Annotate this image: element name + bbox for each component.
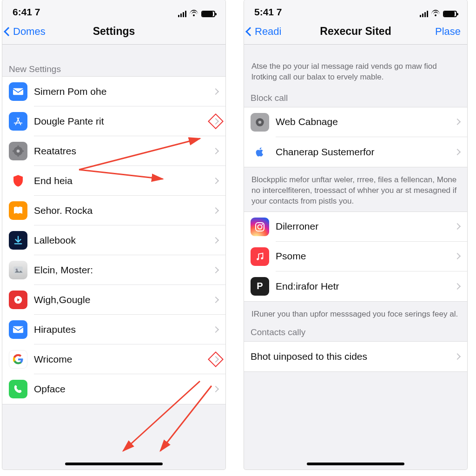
appstore-icon — [9, 112, 27, 131]
photo-icon — [9, 261, 27, 279]
apps-list: Dilerroner Psome P End:irafor Hetr — [244, 212, 467, 302]
section-header: Contacts cally — [244, 324, 467, 341]
list-item[interactable]: Dilerroner — [244, 212, 467, 242]
section-header: New Settings — [2, 45, 225, 76]
list-item[interactable]: Simern Pom ohe — [2, 77, 225, 106]
status-indicators — [420, 10, 457, 18]
apple-icon — [251, 143, 269, 161]
chevron-left-icon — [245, 27, 255, 36]
status-time: 5:41 7 — [254, 7, 282, 18]
chevron-right-icon — [212, 356, 219, 362]
list-item[interactable]: Dougle Pante rit — [2, 106, 225, 136]
shield-red-icon — [9, 172, 27, 190]
music-icon — [251, 247, 269, 266]
nav-bar: Domes Settings — [2, 19, 225, 45]
p-letter-icon: P — [251, 277, 269, 296]
svg-point-27 — [261, 257, 263, 259]
row-label: Simern Pom ohe — [34, 86, 210, 97]
home-indicator — [65, 463, 163, 465]
svg-rect-0 — [13, 88, 23, 95]
row-label: Opface — [34, 383, 210, 395]
chevron-right-icon — [212, 207, 219, 213]
list-item[interactable]: P End:irafor Hetr — [244, 271, 467, 301]
status-indicators — [178, 10, 215, 18]
nav-bar: Readi Rexecur Sited Plase — [244, 19, 467, 45]
row-label: Lallebook — [34, 235, 210, 246]
chevron-right-icon — [454, 119, 461, 125]
row-label: Sehor. Rocka — [34, 205, 210, 216]
status-bar: 6:41 7 — [2, 0, 225, 19]
list-item[interactable]: Sehor. Rocka — [2, 196, 225, 225]
mail-icon — [9, 82, 27, 101]
back-button[interactable]: Domes — [2, 26, 46, 38]
block-call-list: Web Cabnage Chanerap Sustemerfor — [244, 107, 467, 167]
list-item[interactable]: Wricome — [2, 344, 225, 374]
row-label: End:irafor Hetr — [276, 281, 451, 292]
nav-action-button[interactable]: Plase — [435, 26, 461, 38]
back-button[interactable]: Readi — [244, 26, 281, 38]
chevron-right-icon — [454, 353, 461, 360]
chevron-right-icon — [212, 118, 219, 124]
row-label: Wigh,Gougle — [34, 294, 210, 305]
list-item[interactable]: End heia — [2, 166, 225, 196]
row-label: End heia — [34, 175, 210, 186]
list-item[interactable]: Bhot uinposed to this cides — [244, 342, 467, 371]
cell-signal-icon — [420, 11, 428, 17]
svg-point-24 — [258, 225, 262, 229]
chevron-right-icon — [212, 147, 219, 154]
cell-signal-icon — [178, 11, 186, 17]
book-icon — [9, 201, 27, 220]
svg-point-25 — [262, 224, 263, 225]
mail-icon — [9, 320, 27, 339]
back-label: Readi — [255, 26, 281, 38]
battery-icon — [443, 11, 457, 17]
chevron-left-icon — [4, 27, 13, 36]
svg-rect-16 — [13, 326, 23, 333]
post-caption: IRuner you than upfor messsaged you foce… — [244, 302, 467, 324]
chevron-right-icon — [212, 326, 219, 332]
list-item[interactable]: Wigh,Gougle — [2, 285, 225, 315]
row-label: Web Cabnage — [276, 116, 451, 127]
list-item[interactable]: Hiraputes — [2, 315, 225, 344]
intro-caption: Atse the po your ial message raid vends … — [244, 45, 467, 87]
chevron-right-icon — [212, 386, 219, 392]
phone-icon — [9, 380, 27, 398]
list-item[interactable]: Reatatres — [2, 136, 225, 166]
status-bar: 5:41 7 — [244, 0, 467, 19]
list-item[interactable]: Chanerap Sustemerfor — [244, 137, 467, 167]
row-label: Reatatres — [34, 145, 210, 157]
list-item[interactable]: Psome — [244, 242, 467, 271]
gear-icon — [9, 142, 27, 160]
chevron-right-icon — [212, 88, 219, 94]
list-item[interactable]: Lallebook — [2, 225, 225, 255]
svg-point-13 — [16, 269, 18, 271]
row-label: Psome — [276, 251, 451, 262]
row-label: Bhot uinposed to this cides — [251, 351, 451, 362]
chevron-right-icon — [212, 237, 219, 243]
chevron-right-icon — [454, 253, 461, 259]
list-item[interactable]: Elcin, Moster: — [2, 255, 225, 285]
list-item[interactable]: Opface — [2, 374, 225, 404]
svg-point-6 — [17, 150, 20, 153]
instagram-icon — [251, 218, 269, 236]
battery-icon — [201, 11, 215, 17]
mid-caption: Blockpplic mefor unftar weler, rrree, fi… — [244, 167, 467, 212]
play-icon — [9, 291, 27, 309]
contacts-list: Bhot uinposed to this cides — [244, 341, 467, 372]
back-label: Domes — [13, 26, 46, 38]
row-label: Chanerap Sustemerfor — [276, 146, 451, 158]
home-indicator — [307, 463, 404, 465]
svg-point-22 — [258, 121, 262, 124]
chevron-right-icon — [454, 283, 461, 290]
list-item[interactable]: Web Cabnage — [244, 107, 467, 137]
status-time: 6:41 7 — [13, 7, 40, 18]
svg-line-2 — [17, 118, 20, 125]
settings-list: Simern Pom ohe Dougle Pante rit Reatatre… — [2, 76, 225, 404]
chevron-right-icon — [454, 149, 461, 155]
left-screenshot: 6:41 7 Domes Settings New Settings Simer… — [2, 0, 225, 469]
row-label: Dilerroner — [276, 221, 451, 232]
wifi-icon — [189, 10, 198, 18]
chevron-right-icon — [212, 296, 219, 303]
svg-line-1 — [16, 118, 19, 125]
section-header: Block call — [244, 87, 467, 107]
